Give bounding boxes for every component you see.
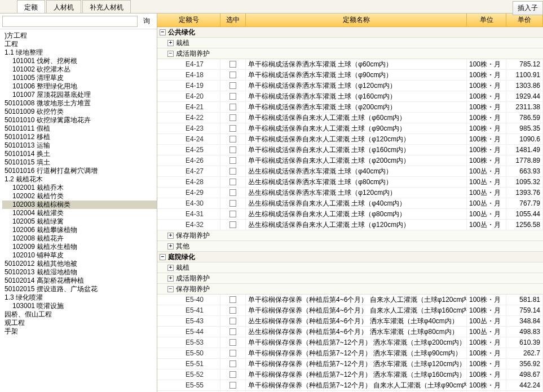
table-row[interactable]: E4-22单干棕榈成活保养自来水人工灌溉 土球（φ60cm内）100株・月786… (157, 113, 543, 123)
tree-item[interactable]: 102010 铺种草皮 (2, 251, 157, 260)
table-row[interactable]: E5-43丛生棕榈保存保养（种植后第4~6个月） 洒水车灌溉（土球φ40cm内）… (157, 316, 543, 327)
checkbox[interactable] (229, 146, 236, 153)
tree-item[interactable]: 50101014 换土 (2, 150, 157, 158)
group-row[interactable]: +保存期养护 (157, 230, 543, 241)
tree-item[interactable]: 50101011 假植 (2, 124, 157, 133)
group-row[interactable]: −保存期养护 (157, 284, 543, 295)
tree-item[interactable]: 工程 (2, 40, 157, 48)
tree-item[interactable]: 102006 栽植攀缘植物 (2, 226, 157, 234)
checkbox[interactable] (229, 104, 236, 110)
insert-button[interactable]: 插入子 (513, 1, 543, 15)
expand-icon[interactable]: + (167, 243, 174, 250)
table-row[interactable]: E4-27丛生棕榈成活保养洒水车灌溉 土球（φ40cm内）100丛・月663.9… (157, 166, 543, 177)
tree-item[interactable]: 1.3 绿化喷灌 (2, 293, 157, 302)
col-num[interactable]: 定额号 (157, 14, 220, 26)
group-row[interactable]: +其他 (157, 241, 543, 252)
checkbox[interactable] (229, 382, 236, 389)
checkbox[interactable] (229, 114, 236, 121)
checkbox[interactable] (229, 136, 236, 142)
tree-item[interactable]: 50102013 栽植湿地植物 (2, 268, 157, 277)
checkbox[interactable] (229, 93, 236, 100)
tree-item[interactable]: 102005 栽植绿篱 (2, 217, 157, 226)
checkbox[interactable] (229, 350, 236, 357)
search-button[interactable]: 询 (139, 15, 154, 27)
table-row[interactable]: E4-18单干棕榈成活保养洒水车灌溉 土球（φ90cm内）100株・月1100.… (157, 70, 543, 81)
tab-supplement[interactable]: 补充人材机 (82, 0, 131, 13)
table-row[interactable]: E5-53单干棕榈保存保养（种植后第7~12个月） 洒水车灌溉（土球φ200cm… (157, 337, 543, 348)
group-row[interactable]: +栽植 (157, 38, 543, 48)
tree-item[interactable]: 50101016 行道树打盘树穴调增 (2, 167, 157, 175)
tree-item[interactable]: 50102014 高架桥花槽种植 (2, 277, 157, 285)
table-row[interactable]: E4-25单干棕榈成活保养自来水人工灌溉 土球（φ160cm内）100株・月14… (157, 145, 543, 155)
checkbox[interactable] (229, 360, 236, 367)
table-row[interactable]: E4-20单干棕榈成活保养洒水车灌溉 土球（φ160cm内）100株・月1929… (157, 91, 543, 102)
tree-item[interactable]: 101001 伐树、挖树根 (2, 57, 157, 65)
table-row[interactable]: E5-41单干棕榈保存保养（种植后第4~6个月） 自来水人工灌溉（土球φ160c… (157, 305, 543, 316)
tree-item[interactable]: 手架 (2, 327, 157, 336)
tree-item[interactable]: 102002 栽植竹类 (2, 192, 157, 201)
checkbox[interactable] (229, 307, 236, 314)
checkbox[interactable] (229, 125, 236, 132)
table-row[interactable]: E5-52单干棕榈保存保养（种植后第7~12个月） 洒水车灌溉（土球φ160cm… (157, 369, 543, 380)
table-row[interactable]: E4-26单干棕榈成活保养自来水人工灌溉 土球（φ200cm内）100株・月17… (157, 155, 543, 166)
table-row[interactable]: E4-32丛生棕榈成活保养自来水人工灌溉 土球（φ120cm内）100丛・月12… (157, 220, 543, 230)
collapse-icon[interactable]: − (160, 29, 166, 35)
tree-item[interactable]: 观工程 (2, 319, 157, 327)
checkbox[interactable] (229, 82, 236, 89)
checkbox[interactable] (229, 157, 236, 164)
tree-item[interactable]: 50101013 运输 (2, 141, 157, 150)
col-sel[interactable]: 选中 (220, 14, 246, 26)
table-row[interactable]: E5-55单干棕榈保存保养（种植后第7~12个月） 自来水人工灌溉（土球φ90c… (157, 380, 543, 391)
checkbox[interactable] (229, 189, 236, 196)
group-row[interactable]: −公共绿化 (157, 27, 543, 38)
table-row[interactable]: E4-30丛生棕榈成活保养自来水人工灌溉 土球（φ40cm内）100丛・月767… (157, 198, 543, 209)
expand-icon[interactable]: + (167, 233, 174, 239)
table-row[interactable]: E5-51单干棕榈保存保养（种植后第7~12个月） 洒水车灌溉（土球φ120cm… (157, 359, 543, 369)
table-row[interactable]: E4-24单干棕榈成活保养自来水人工灌溉 土球（φ120cm内）100株・月10… (157, 134, 543, 145)
table-row[interactable]: E4-23单干棕榈成活保养自来水人工灌溉 土球（φ90cm内）100株・月985… (157, 123, 543, 134)
collapse-icon[interactable]: − (167, 51, 174, 57)
checkbox[interactable] (229, 72, 236, 78)
tree-item[interactable]: 50101012 移植 (2, 133, 157, 141)
table-row[interactable]: E4-29丛生棕榈成活保养洒水车灌溉 土球（φ120cm内）100丛・月1393… (157, 188, 543, 198)
tree-item[interactable]: )方工程 (2, 32, 157, 40)
tree-item[interactable]: 50102012 栽植其他地被 (2, 260, 157, 268)
tree-item[interactable]: 50102015 摆设道路、广场盆花 (2, 285, 157, 293)
table-row[interactable]: E5-44丛生棕榈保存保养（种植后第4~6个月） 洒水车灌溉（土球φ80cm内）… (157, 327, 543, 337)
tree-item[interactable]: 101002 砍挖灌木丛 (2, 65, 157, 74)
checkbox[interactable] (229, 318, 236, 324)
tree-item[interactable]: 102009 栽植水生植物 (2, 243, 157, 251)
col-name[interactable]: 定额名称 (246, 14, 467, 26)
collapse-icon[interactable]: − (167, 286, 174, 292)
checkbox[interactable] (229, 200, 236, 207)
checkbox[interactable] (229, 296, 236, 303)
table-row[interactable]: E4-31丛生棕榈成活保养自来水人工灌溉 土球（φ80cm内）100丛・月105… (157, 209, 543, 220)
table-row[interactable]: E4-19单干棕榈成活保养洒水车灌溉 土球（φ120cm内）100株・月1303… (157, 81, 543, 91)
checkbox[interactable] (229, 328, 236, 335)
checkbox[interactable] (229, 339, 236, 346)
tree-item[interactable]: 50101010 砍挖绿篱露地花卉 (2, 116, 157, 124)
checkbox[interactable] (229, 371, 236, 378)
col-price[interactable]: 单价 (506, 14, 543, 26)
tree-item[interactable]: 102003 栽植棕榈类 (2, 201, 157, 209)
search-input[interactable] (2, 16, 138, 27)
checkbox[interactable] (229, 168, 236, 175)
expand-icon[interactable]: + (167, 40, 174, 46)
tree-item[interactable]: 103001 喷灌设施 (2, 302, 157, 310)
tree-item[interactable]: 园桥、假山工程 (2, 310, 157, 319)
expand-icon[interactable]: + (167, 265, 174, 271)
table-row[interactable]: E4-21单干棕榈成活保养洒水车灌溉 土球（φ200cm内）100株・月2311… (157, 102, 543, 113)
table-row[interactable]: E4-17单干棕榈成活保养洒水车灌溉 土球（φ60cm内）100株・月785.1… (157, 59, 543, 70)
table-row[interactable]: E5-50单干棕榈保存保养（种植后第7~12个月） 洒水车灌溉（土球φ90cm内… (157, 348, 543, 359)
group-row[interactable]: +栽植 (157, 262, 543, 273)
table-row[interactable]: E5-40单干棕榈保存保养（种植后第4~6个月） 自来水人工灌溉（土球φ120c… (157, 295, 543, 305)
tree-item[interactable]: 101006 整理绿化用地 (2, 82, 157, 91)
tree-item[interactable]: 101007 屋顶花园基底处理 (2, 91, 157, 99)
tree-item[interactable]: 102004 栽植灌类 (2, 209, 157, 217)
tab-labor[interactable]: 人材机 (46, 0, 81, 13)
tree-item[interactable]: 101005 清理草皮 (2, 74, 157, 82)
table-row[interactable]: E4-28丛生棕榈成活保养洒水车灌溉 土球（φ80cm内）100丛・月1095.… (157, 177, 543, 188)
checkbox[interactable] (229, 61, 236, 68)
collapse-icon[interactable]: − (160, 254, 166, 260)
tree-item[interactable]: 102001 栽植乔木 (2, 184, 157, 192)
